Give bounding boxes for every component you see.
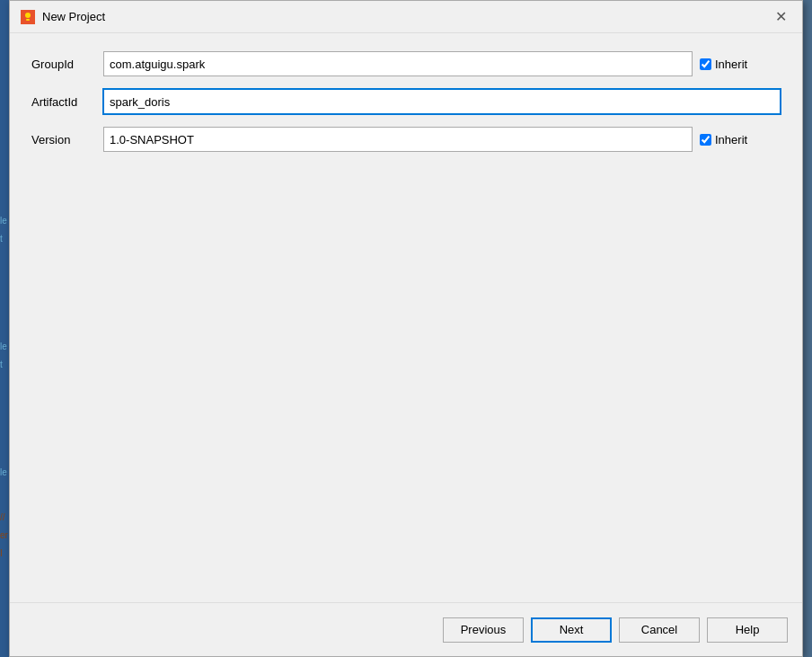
sidebar-item-6[interactable]: // [0, 512, 9, 522]
version-row: Version Inherit [31, 127, 781, 152]
version-input[interactable] [103, 127, 693, 152]
title-bar: New Project ✕ [10, 1, 802, 33]
title-bar-left: New Project [21, 10, 105, 24]
sidebar-item-1[interactable]: le [0, 216, 9, 226]
artifact-id-row: ArtifactId [31, 89, 781, 114]
idea-icon [21, 10, 35, 24]
svg-point-1 [25, 13, 31, 18]
close-button[interactable]: ✕ [770, 6, 791, 28]
version-inherit-container: Inherit [700, 133, 781, 146]
new-project-dialog: New Project ✕ GroupId Inherit ArtifactId [9, 0, 803, 657]
sidebar-item-7[interactable]: er [0, 530, 9, 540]
group-id-input[interactable] [103, 51, 693, 76]
sidebar-item-4[interactable]: t [0, 360, 9, 369]
group-id-inherit-label: Inherit [715, 58, 747, 71]
help-button[interactable]: Help [707, 617, 788, 643]
version-inherit-label: Inherit [715, 133, 747, 146]
version-label: Version [31, 133, 103, 146]
version-inherit-checkbox[interactable] [700, 134, 711, 146]
artifact-id-label: ArtifactId [31, 95, 103, 109]
group-id-label: GroupId [31, 58, 103, 71]
group-id-inherit-checkbox[interactable] [700, 58, 711, 70]
dialog-content: GroupId Inherit ArtifactId Version Inher… [10, 33, 802, 602]
sidebar-item-2[interactable]: t [0, 234, 9, 244]
sidebar-item-8[interactable]: I [0, 548, 9, 558]
group-id-row: GroupId Inherit [31, 51, 781, 76]
dialog-footer: Previous Next Cancel Help [10, 602, 802, 656]
next-button[interactable]: Next [531, 617, 612, 643]
dialog-title: New Project [42, 10, 105, 23]
sidebar-item-3[interactable]: le [0, 342, 9, 351]
sidebar-item-5[interactable]: le [0, 467, 9, 477]
cancel-button[interactable]: Cancel [619, 617, 700, 643]
svg-rect-2 [26, 19, 30, 21]
artifact-id-input[interactable] [103, 89, 781, 114]
previous-button[interactable]: Previous [443, 617, 524, 643]
sidebar-peek: le t le t le // er I [0, 0, 9, 657]
group-id-inherit-container: Inherit [700, 58, 781, 71]
